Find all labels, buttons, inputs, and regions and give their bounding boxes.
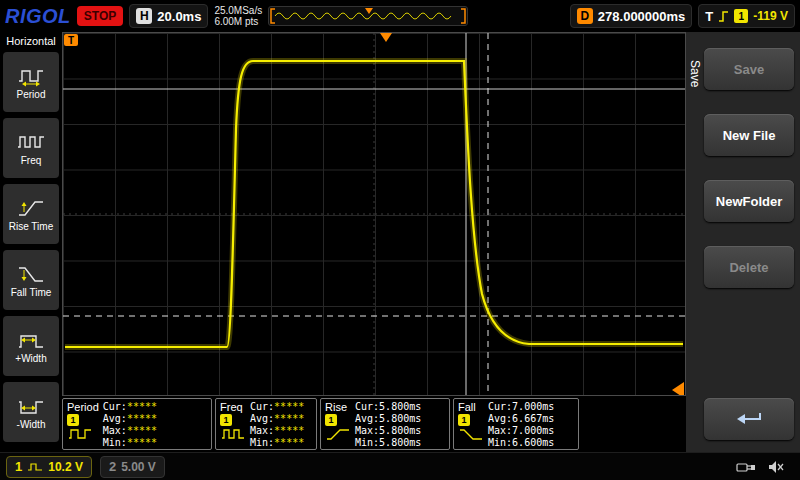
- measurement-panel-period: Period 1 Cur:***** Avg:***** Max:***** M…: [62, 398, 212, 450]
- channel-2-status[interactable]: 2 5.00 V: [100, 456, 165, 478]
- measurement-field: Avg:*****: [103, 413, 157, 425]
- field-value: *****: [127, 425, 157, 436]
- field-label: Max:: [488, 425, 512, 436]
- field-value: 5.800ms: [379, 413, 421, 424]
- menu-item-label: -Width: [17, 419, 46, 430]
- channel-1-status[interactable]: 1 10.2 V: [6, 456, 92, 478]
- memory-depth: 6.00M pts: [214, 16, 262, 27]
- menu-item-fall-time[interactable]: Fall Time: [3, 250, 59, 310]
- top-bar: RIGOL STOP H 20.0ms 25.0MSa/s 6.00M pts …: [0, 0, 800, 32]
- trigger-level-marker: [672, 382, 684, 395]
- preview-waveform-icon: [269, 7, 467, 25]
- trigger-source-badge: 1: [734, 9, 748, 23]
- field-value: 5.800ms: [379, 401, 421, 412]
- measurement-panel-fall: Fall 1 Cur:7.000ms Avg:6.667ms Max:7.000…: [453, 398, 579, 450]
- fall-icon: [458, 427, 484, 441]
- rise-icon: [325, 427, 351, 441]
- field-value: 5.800ms: [379, 437, 421, 448]
- trigger-label: T: [705, 9, 713, 24]
- field-value: 6.667ms: [512, 413, 554, 424]
- channel-badge: 1: [220, 414, 232, 426]
- field-label: Max:: [103, 425, 127, 436]
- field-label: Avg:: [488, 413, 512, 424]
- menu-item-label: Period: [17, 89, 46, 100]
- field-label: Cur:: [103, 401, 127, 412]
- channel-coupling-icon: [27, 462, 43, 472]
- rise-time-icon: [16, 197, 46, 219]
- field-value: *****: [274, 401, 304, 412]
- trigger-group: T 1 -119 V: [698, 4, 795, 28]
- menu-item-label: Rise Time: [9, 221, 53, 232]
- measurement-field: Max:7.000ms: [488, 425, 554, 437]
- channel-scale: 10.2 V: [48, 460, 83, 474]
- measurement-field: Min:5.800ms: [355, 437, 421, 449]
- menu-tab-save: Save: [688, 60, 702, 87]
- measurement-field: Max:*****: [250, 425, 304, 437]
- menu-item-freq[interactable]: Freq: [3, 118, 59, 178]
- field-label: Cur:: [355, 401, 379, 412]
- freq-icon: [220, 427, 246, 441]
- trigger-time-marker: T: [64, 34, 78, 46]
- field-label: Cur:: [250, 401, 274, 412]
- field-label: Cur:: [488, 401, 512, 412]
- menu-item-plus-width[interactable]: +Width: [3, 316, 59, 376]
- speaker-icon: [768, 460, 784, 474]
- trigger-level-value: -119 V: [753, 9, 788, 23]
- measurement-name: Freq: [220, 401, 243, 413]
- measurement-field: Cur:*****: [103, 401, 157, 413]
- field-value: *****: [274, 425, 304, 436]
- measurement-panel-freq: Freq 1 Cur:***** Avg:***** Max:***** Min…: [215, 398, 317, 450]
- field-label: Min:: [103, 437, 127, 448]
- delete-button[interactable]: Delete: [704, 246, 794, 288]
- field-label: Avg:: [355, 413, 379, 424]
- field-label: Min:: [250, 437, 274, 448]
- field-label: Min:: [488, 437, 512, 448]
- menu-item-rise-time[interactable]: Rise Time: [3, 184, 59, 244]
- waveform-display: T: [62, 32, 686, 396]
- field-value: 6.600ms: [512, 437, 554, 448]
- measurement-name: Period: [67, 401, 99, 413]
- waveform-trace: T: [63, 33, 685, 395]
- field-label: Avg:: [103, 413, 127, 424]
- horizontal-label: H: [136, 8, 152, 24]
- measurement-field: Min:*****: [250, 437, 304, 449]
- field-value: 7.000ms: [512, 425, 554, 436]
- svg-text:T: T: [68, 35, 74, 46]
- fall-time-icon: [16, 263, 46, 285]
- menu-item-label: +Width: [15, 353, 46, 364]
- new-file-button[interactable]: New File: [704, 114, 794, 156]
- trigger-edge-icon: [718, 9, 729, 23]
- measurement-field: Avg:5.800ms: [355, 413, 421, 425]
- field-label: Min:: [355, 437, 379, 448]
- measurement-panel-rise: Rise 1 Cur:5.800ms Avg:5.800ms Max:5.800…: [320, 398, 450, 450]
- measurement-field: Cur:7.000ms: [488, 401, 554, 413]
- left-menu-title: Horizontal: [6, 32, 56, 49]
- measurement-field: Max:*****: [103, 425, 157, 437]
- measurement-field: Cur:5.800ms: [355, 401, 421, 413]
- menu-item-minus-width[interactable]: -Width: [3, 382, 59, 442]
- field-value: *****: [274, 437, 304, 448]
- channel-number: 1: [15, 459, 22, 474]
- run-state-badge[interactable]: STOP: [77, 6, 123, 26]
- save-button[interactable]: Save: [704, 48, 794, 90]
- field-value: *****: [127, 437, 157, 448]
- bottom-bar: 1 10.2 V 2 5.00 V: [0, 452, 800, 480]
- measurement-row: Period 1 Cur:***** Avg:***** Max:***** M…: [62, 396, 686, 452]
- trigger-position-marker: [380, 33, 392, 42]
- measurement-field: Min:*****: [103, 437, 157, 449]
- minus-width-icon: [16, 395, 46, 417]
- measurement-field: Avg:6.667ms: [488, 413, 554, 425]
- menu-item-label: Fall Time: [11, 287, 52, 298]
- acquisition-info: 25.0MSa/s 6.00M pts: [214, 5, 262, 27]
- channel-badge: 1: [458, 414, 470, 426]
- new-folder-button[interactable]: NewFolder: [704, 180, 794, 222]
- memory-waveform-preview[interactable]: [268, 6, 468, 26]
- timebase-value: 20.0ms: [157, 9, 201, 24]
- channel-number: 2: [109, 459, 116, 474]
- field-value: *****: [274, 413, 304, 424]
- horizontal-scale-group: H 20.0ms: [129, 4, 208, 28]
- back-button[interactable]: [704, 398, 794, 440]
- field-value: *****: [127, 413, 157, 424]
- menu-item-period[interactable]: Period: [3, 52, 59, 112]
- rigol-logo: RIGOL: [5, 5, 71, 28]
